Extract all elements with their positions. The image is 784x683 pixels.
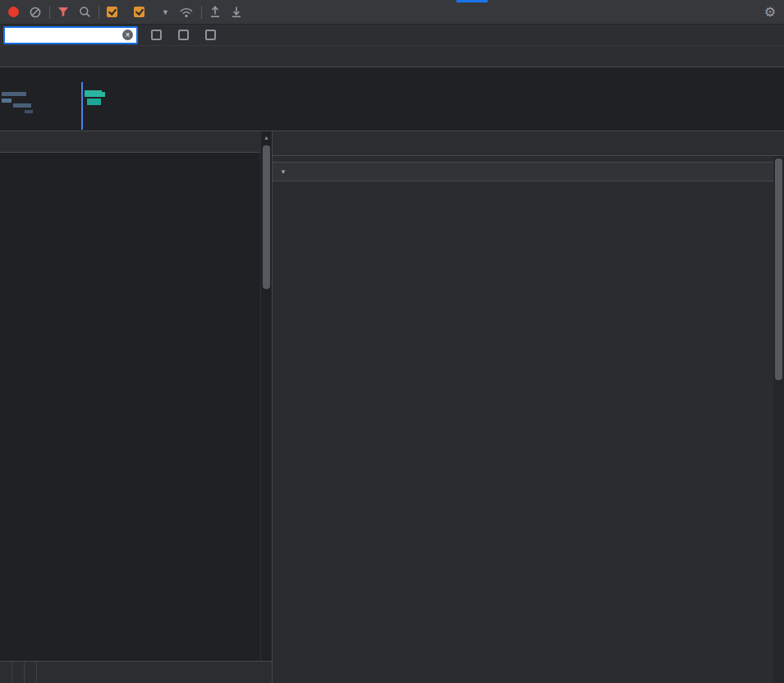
request-details-panel: ▼: [272, 131, 784, 683]
devtools-network-panel: ▼ ⚙ ×: [0, 0, 784, 683]
resources-size: [25, 662, 37, 683]
active-panel-underline: [456, 0, 488, 2]
checkbox-box: [151, 30, 162, 40]
filter-icon[interactable]: [57, 7, 69, 17]
scroll-up-arrow[interactable]: ▲: [261, 131, 272, 140]
details-tab-bar: [273, 131, 784, 156]
search-icon[interactable]: [79, 6, 91, 18]
waterfall-bar: [87, 99, 101, 105]
disable-cache-checkbox[interactable]: [134, 7, 149, 17]
network-conditions-icon[interactable]: [179, 7, 194, 18]
checkbox-box: [107, 7, 117, 17]
network-overview[interactable]: [0, 67, 784, 131]
name-column-header[interactable]: [0, 131, 272, 153]
main-split: ▲ ▼: [0, 131, 784, 683]
scrollbar-thumb[interactable]: [775, 158, 782, 380]
waterfall-bar: [25, 110, 33, 113]
request-rows: [0, 153, 272, 661]
hide-data-urls-checkbox[interactable]: [178, 30, 194, 40]
record-button[interactable]: [8, 7, 19, 17]
clear-filter-icon[interactable]: ×: [122, 30, 133, 40]
resource-type-filter-bar: [0, 46, 784, 67]
settings-gear-icon[interactable]: ⚙: [764, 4, 776, 20]
toolbar-divider: [99, 6, 99, 19]
details-scrollbar[interactable]: [773, 156, 784, 683]
chevron-down-icon: ▼: [162, 8, 169, 16]
clear-requests-icon[interactable]: [29, 6, 42, 19]
network-status-bar: [0, 661, 272, 683]
waterfall-bar: [13, 103, 31, 108]
invert-checkbox[interactable]: [151, 30, 167, 40]
checkbox-box: [205, 30, 216, 40]
waterfall-bar: [2, 92, 26, 96]
checkbox-box: [178, 30, 189, 40]
transferred-size: [12, 662, 25, 683]
hide-extension-urls-checkbox[interactable]: [205, 30, 221, 40]
scrollbar-thumb[interactable]: [263, 145, 270, 289]
requests-count: [0, 662, 12, 683]
disclosure-triangle-icon: ▼: [280, 168, 287, 176]
toolbar-divider: [49, 6, 50, 19]
toolbar-divider: [201, 6, 202, 19]
request-list-panel: ▲: [0, 131, 272, 683]
waterfall-bar: [102, 92, 105, 97]
filter-bar: ×: [0, 25, 784, 46]
network-toolbar: ▼ ⚙: [0, 0, 784, 25]
checkbox-box: [134, 7, 144, 17]
selected-request-marker: [81, 82, 83, 130]
import-har-icon[interactable]: [209, 6, 221, 18]
waterfall-bar: [85, 90, 102, 97]
preserve-log-checkbox[interactable]: [107, 7, 122, 17]
export-har-icon[interactable]: [231, 6, 242, 18]
request-headers-section[interactable]: ▼: [273, 162, 773, 181]
headers-content: ▼: [273, 156, 773, 683]
throttling-dropdown[interactable]: ▼: [158, 8, 169, 16]
filter-input[interactable]: ×: [3, 26, 138, 44]
request-list-scrollbar[interactable]: ▲: [260, 131, 272, 661]
waterfall-bar: [2, 99, 11, 103]
